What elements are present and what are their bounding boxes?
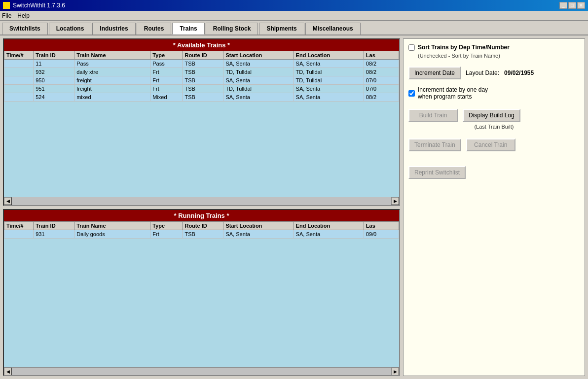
title-bar: SwitchWithIt 1.7.3.6 _ □ ✕: [0, 0, 588, 11]
col-routeid-avail: Route ID: [183, 51, 223, 60]
avail-cell-0-3: Pass: [150, 60, 183, 68]
col-endloc-run: End Location: [294, 221, 364, 230]
avail-cell-4-4: TSB: [183, 93, 223, 102]
scroll-track-run[interactable]: [12, 368, 391, 376]
avail-cell-1-7: 08/2: [364, 68, 399, 76]
col-routeid-run: Route ID: [183, 221, 223, 230]
build-section: Build Train Display Build Log (Last Trai…: [408, 105, 580, 130]
avail-cell-2-6: TD, Tulldal: [294, 76, 364, 85]
avail-cell-3-7: 07/0: [364, 85, 399, 93]
terminate-train-button[interactable]: Terminate Train: [408, 138, 461, 151]
available-train-row[interactable]: 524mixedMixedTSBSA, SentaSA, Senta08/2: [4, 93, 399, 102]
tab-shipments[interactable]: Shipments: [259, 23, 304, 34]
avail-cell-4-1: 524: [34, 93, 74, 102]
col-last-run: Las: [364, 221, 399, 230]
run-cell-0-0: [4, 230, 34, 238]
increment-day-label: Increment date by one day when program s…: [418, 86, 488, 100]
avail-cell-4-3: Mixed: [150, 93, 183, 102]
increment-date-button[interactable]: Increment Date: [408, 67, 461, 79]
reprint-switchlist-button[interactable]: Reprint Switchlist: [408, 166, 466, 179]
available-trains-table-wrapper[interactable]: Time/# Train ID Train Name Type Route ID…: [4, 51, 399, 197]
running-train-row[interactable]: 931Daily goodsFrtTSBSA, SentaSA, Senta09…: [4, 230, 399, 238]
maximize-button[interactable]: □: [568, 2, 576, 9]
tab-bar: Switchlists Locations Industries Routes …: [0, 21, 588, 35]
tab-trains[interactable]: Trains: [172, 23, 204, 34]
tab-routes[interactable]: Routes: [137, 23, 172, 34]
layout-date-value: 09/02/1955: [504, 69, 534, 76]
last-train-built-label: (Last Train Built): [408, 124, 580, 130]
increment-row: Increment Date Layout Date: 09/02/1955: [408, 67, 580, 79]
sort-checkbox[interactable]: [408, 44, 415, 51]
avail-cell-3-3: Frt: [150, 85, 183, 93]
build-train-button[interactable]: Build Train: [408, 109, 458, 122]
right-panel: Sort Trains by Dep Time/Number (Unchecke…: [403, 38, 585, 376]
sort-label: Sort Trains by Dep Time/Number: [418, 44, 510, 51]
menu-file[interactable]: File: [2, 12, 11, 19]
running-trains-table: Time/# Train ID Train Name Type Route ID…: [4, 221, 399, 239]
tab-rolling-stock[interactable]: Rolling Stock: [206, 23, 258, 34]
running-trains-scrollbar: ◀ ▶: [4, 367, 399, 375]
avail-cell-2-4: TSB: [183, 76, 223, 85]
running-trains-header: * Running Trains *: [4, 210, 399, 221]
available-train-row[interactable]: 11PassPassTSBSA, SentaSA, Senta08/2: [4, 60, 399, 68]
scroll-track-avail[interactable]: [12, 197, 391, 205]
cancel-train-button[interactable]: Cancel Train: [466, 138, 515, 151]
scroll-right-run[interactable]: ▶: [391, 368, 399, 376]
scroll-right-avail[interactable]: ▶: [391, 197, 399, 205]
col-startloc-avail: Start Location: [223, 51, 294, 60]
menu-help[interactable]: Help: [17, 12, 30, 19]
avail-cell-1-2: daily xtre: [74, 68, 150, 76]
tab-miscellaneous[interactable]: Miscellaneous: [305, 23, 361, 34]
tab-locations[interactable]: Locations: [49, 23, 92, 34]
col-trainname-avail: Train Name: [74, 51, 150, 60]
run-cell-0-1: 931: [34, 230, 74, 238]
available-trains-section: * Available Trains * Time/# Train ID Tra…: [3, 38, 400, 206]
build-btn-row: Build Train Display Build Log: [408, 109, 580, 122]
avail-cell-4-2: mixed: [74, 93, 150, 102]
col-time-avail: Time/#: [4, 51, 34, 60]
avail-cell-4-6: SA, Senta: [294, 93, 364, 102]
avail-cell-3-6: SA, Senta: [294, 85, 364, 93]
close-button[interactable]: ✕: [577, 2, 585, 9]
avail-cell-1-6: TD, Tulldal: [294, 68, 364, 76]
avail-cell-2-1: 950: [34, 76, 74, 85]
tab-switchlists[interactable]: Switchlists: [2, 23, 48, 34]
running-trains-section: * Running Trains * Time/# Train ID Train…: [3, 209, 400, 377]
available-train-row[interactable]: 932daily xtreFrtTSBTD, TulldalTD, Tullda…: [4, 68, 399, 76]
app-title: SwitchWithIt 1.7.3.6: [13, 2, 65, 9]
col-trainid-avail: Train ID: [34, 51, 74, 60]
avail-cell-3-5: TD, Tulldal: [223, 85, 294, 93]
avail-cell-1-4: TSB: [183, 68, 223, 76]
running-trains-table-wrapper[interactable]: Time/# Train ID Train Name Type Route ID…: [4, 221, 399, 368]
app-icon: [3, 2, 10, 9]
avail-cell-0-4: TSB: [183, 60, 223, 68]
col-time-run: Time/#: [4, 221, 34, 230]
minimize-button[interactable]: _: [559, 2, 567, 9]
available-train-row[interactable]: 951freightFrtTSBTD, TulldalSA, Senta07/0: [4, 85, 399, 93]
scroll-left-avail[interactable]: ◀: [4, 197, 12, 205]
col-type-avail: Type: [150, 51, 183, 60]
run-cell-0-4: TSB: [183, 230, 223, 238]
tab-industries[interactable]: Industries: [92, 23, 135, 34]
avail-cell-4-5: SA, Senta: [223, 93, 294, 102]
avail-cell-3-2: freight: [74, 85, 150, 93]
increment-day-checkbox[interactable]: [408, 90, 415, 97]
avail-cell-1-3: Frt: [150, 68, 183, 76]
col-trainid-run: Train ID: [34, 221, 74, 230]
avail-cell-3-1: 951: [34, 85, 74, 93]
run-cell-0-7: 09/0: [364, 230, 399, 238]
left-panel: * Available Trains * Time/# Train ID Tra…: [3, 38, 400, 376]
run-cell-0-5: SA, Senta: [223, 230, 294, 238]
avail-cell-0-1: 11: [34, 60, 74, 68]
avail-cell-0-2: Pass: [74, 60, 150, 68]
col-type-run: Type: [150, 221, 183, 230]
display-build-log-button[interactable]: Display Build Log: [463, 109, 520, 122]
scroll-left-run[interactable]: ◀: [4, 368, 12, 376]
available-trains-table: Time/# Train ID Train Name Type Route ID…: [4, 51, 399, 102]
avail-cell-3-4: TSB: [183, 85, 223, 93]
layout-date-label: Layout Date:: [466, 69, 499, 76]
avail-cell-2-7: 07/0: [364, 76, 399, 85]
avail-cell-3-0: [4, 85, 34, 93]
available-trains-header: * Available Trains *: [4, 39, 399, 51]
available-train-row[interactable]: 950freightFrtTSBSA, SentaTD, Tulldal07/0: [4, 76, 399, 85]
